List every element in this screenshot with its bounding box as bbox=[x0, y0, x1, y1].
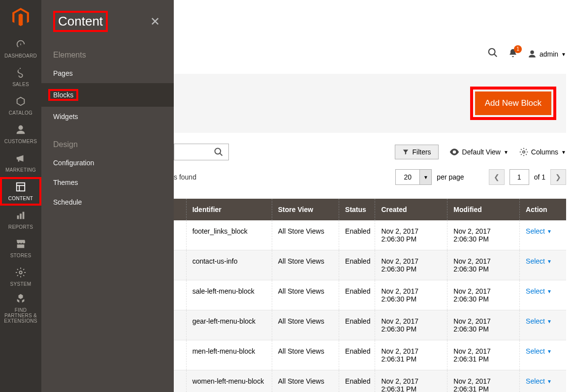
caret-down-icon: ▼ bbox=[561, 150, 566, 155]
rail-item-customers[interactable]: CUSTOMERS bbox=[0, 120, 41, 149]
keyword-search-input[interactable] bbox=[174, 144, 229, 160]
col-store-view[interactable]: Store View bbox=[272, 199, 339, 220]
cell-action: Select▼ bbox=[520, 370, 566, 392]
per-page-value[interactable]: 20 bbox=[395, 169, 420, 185]
table-row[interactable]: women-left-menu-blockAll Store ViewsEnab… bbox=[174, 370, 566, 392]
rail-item-reports[interactable]: REPORTS bbox=[0, 206, 41, 234]
user-menu[interactable]: admin ▼ bbox=[528, 50, 566, 59]
col-action[interactable]: Action bbox=[520, 199, 566, 220]
main-content: 1 admin ▼ Add New Block Filters bbox=[174, 0, 566, 392]
cell-action: Select▼ bbox=[520, 250, 566, 280]
close-icon[interactable]: ✕ bbox=[150, 15, 160, 29]
cell-store-view: All Store Views bbox=[272, 370, 339, 392]
cell-title bbox=[174, 310, 186, 340]
cell-action: Select▼ bbox=[520, 220, 566, 250]
col-identifier[interactable]: Identifier bbox=[186, 199, 272, 220]
cell-status: Enabled bbox=[339, 340, 375, 370]
row-action-select[interactable]: Select▼ bbox=[526, 377, 560, 385]
per-page-label: per page bbox=[437, 173, 464, 181]
cell-status: Enabled bbox=[339, 220, 375, 250]
cell-created: Nov 2, 2017 2:06:31 PM bbox=[375, 370, 447, 392]
cell-status: Enabled bbox=[339, 310, 375, 340]
row-action-select[interactable]: Select▼ bbox=[526, 227, 560, 235]
rail-item-dashboard[interactable]: DASHBOARD bbox=[0, 34, 41, 63]
speedometer-icon bbox=[15, 39, 26, 51]
magento-logo[interactable] bbox=[0, 0, 41, 34]
flyout-item-blocks[interactable]: Blocks bbox=[41, 83, 174, 107]
cell-identifier: footer_links_block bbox=[186, 220, 272, 250]
cell-title bbox=[174, 340, 186, 370]
cell-status: Enabled bbox=[339, 370, 375, 392]
user-icon bbox=[528, 50, 537, 59]
per-page-dropdown[interactable]: ▼ bbox=[420, 169, 432, 185]
user-label: admin bbox=[540, 50, 558, 58]
rail-item-catalog[interactable]: CATALOG bbox=[0, 91, 41, 120]
page-of-label: of 1 bbox=[534, 173, 545, 181]
flyout-item-configuration[interactable]: Configuration bbox=[41, 153, 174, 173]
page-number-input[interactable]: 1 bbox=[509, 169, 529, 185]
table-row[interactable]: footer_links_blockAll Store ViewsEnabled… bbox=[174, 220, 566, 250]
rail-item-label: SYSTEM bbox=[9, 281, 32, 287]
rail-item-label: CUSTOMERS bbox=[3, 139, 38, 144]
table-row[interactable]: gear-left-menu-blockAll Store ViewsEnabl… bbox=[174, 310, 566, 340]
flyout-item-pages[interactable]: Pages bbox=[41, 63, 174, 83]
rail-item-label: CATALOG bbox=[8, 110, 33, 116]
col-modified[interactable]: Modified bbox=[447, 199, 520, 220]
flyout-item-widgets[interactable]: Widgets bbox=[41, 107, 174, 126]
flyout-item-label: Configuration bbox=[53, 159, 94, 167]
cell-store-view: All Store Views bbox=[272, 280, 339, 310]
svg-line-8 bbox=[494, 54, 497, 57]
svg-rect-5 bbox=[23, 212, 25, 219]
col-created[interactable]: Created bbox=[375, 199, 447, 220]
rail-item-label: REPORTS bbox=[7, 224, 34, 230]
cell-modified: Nov 2, 2017 2:06:30 PM bbox=[447, 220, 520, 250]
cell-identifier: women-left-menu-block bbox=[186, 370, 272, 392]
cell-identifier: gear-left-menu-block bbox=[186, 310, 272, 340]
view-switcher[interactable]: Default View ▼ bbox=[449, 148, 509, 156]
gear-icon bbox=[15, 267, 26, 279]
table-row[interactable]: contact-us-infoAll Store ViewsEnabledNov… bbox=[174, 250, 566, 280]
flyout-item-label: Schedule bbox=[53, 198, 82, 206]
search-icon[interactable] bbox=[487, 47, 498, 61]
cell-created: Nov 2, 2017 2:06:30 PM bbox=[375, 280, 447, 310]
next-page-button[interactable]: ❯ bbox=[550, 169, 566, 185]
caret-down-icon: ▼ bbox=[504, 150, 509, 155]
rail-item-sales[interactable]: SALES bbox=[0, 63, 41, 91]
cell-store-view: All Store Views bbox=[272, 220, 339, 250]
svg-point-11 bbox=[523, 151, 525, 153]
col-status[interactable]: Status bbox=[339, 199, 375, 220]
cell-title bbox=[174, 250, 186, 280]
layout-icon bbox=[15, 181, 26, 194]
rail-item-marketing[interactable]: MARKETING bbox=[0, 149, 41, 177]
cell-created: Nov 2, 2017 2:06:30 PM bbox=[375, 250, 447, 280]
table-row[interactable]: sale-left-menu-blockAll Store ViewsEnabl… bbox=[174, 280, 566, 310]
svg-point-6 bbox=[19, 271, 22, 274]
rail-item-label: STORES bbox=[9, 253, 32, 258]
flyout-item-themes[interactable]: Themes bbox=[41, 173, 174, 192]
rail-item-partners[interactable]: FIND PARTNERS & EXTENSIONS bbox=[0, 291, 41, 326]
col-title[interactable] bbox=[174, 199, 186, 220]
cell-action: Select▼ bbox=[520, 340, 566, 370]
flyout-item-schedule[interactable]: Schedule bbox=[41, 192, 174, 212]
cell-modified: Nov 2, 2017 2:06:30 PM bbox=[447, 310, 520, 340]
page-header: Add New Block bbox=[174, 74, 566, 133]
rail-item-content[interactable]: CONTENT bbox=[0, 177, 41, 206]
notifications-button[interactable]: 1 bbox=[508, 48, 518, 60]
cell-title bbox=[174, 280, 186, 310]
row-action-select[interactable]: Select▼ bbox=[526, 347, 560, 355]
flyout-item-label: Pages bbox=[53, 69, 73, 77]
table-row[interactable]: men-left-menu-blockAll Store ViewsEnable… bbox=[174, 340, 566, 370]
cell-store-view: All Store Views bbox=[272, 340, 339, 370]
rail-item-stores[interactable]: STORES bbox=[0, 234, 41, 263]
prev-page-button[interactable]: ❮ bbox=[489, 169, 505, 185]
filters-button[interactable]: Filters bbox=[395, 145, 438, 159]
add-new-block-button[interactable]: Add New Block bbox=[475, 91, 551, 115]
row-action-select[interactable]: Select▼ bbox=[526, 287, 560, 295]
notification-badge: 1 bbox=[514, 45, 522, 53]
columns-button[interactable]: Columns ▼ bbox=[519, 148, 566, 156]
svg-rect-0 bbox=[17, 183, 25, 191]
row-action-select[interactable]: Select▼ bbox=[526, 257, 560, 265]
caret-down-icon: ▼ bbox=[561, 52, 566, 57]
row-action-select[interactable]: Select▼ bbox=[526, 317, 560, 325]
rail-item-system[interactable]: SYSTEM bbox=[0, 263, 41, 291]
